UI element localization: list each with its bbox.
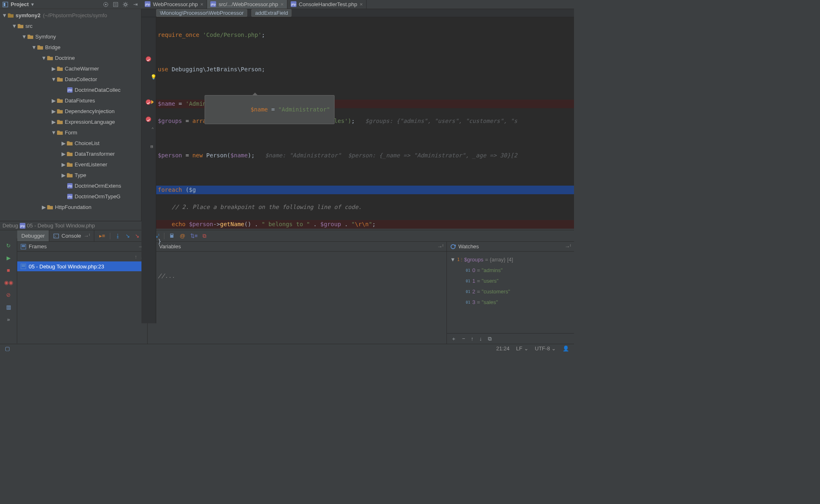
tree-item[interactable]: ▶HttpFoundation (0, 202, 141, 212)
close-icon[interactable]: × (360, 1, 363, 7)
svg-rect-16 (4, 3, 5, 6)
tree-item-label: DataCollector (65, 76, 97, 82)
project-view-dropdown-icon[interactable]: ▾ (31, 1, 34, 7)
tree-item[interactable]: ▼symfony2(~/PhpstormProjects/symfo (0, 10, 141, 20)
tree-item[interactable]: ▶DataFixtures (0, 95, 141, 106)
tab-src-webprocessor[interactable]: src/.../WebProcessor.php × (207, 0, 287, 9)
project-view-label[interactable]: Project (11, 1, 29, 7)
breakpoint-icon[interactable] (146, 56, 151, 62)
breakpoint-icon[interactable] (146, 99, 151, 105)
project-hide-icon[interactable]: ⇥ (132, 2, 138, 7)
console-open-icon[interactable]: →ˡ (84, 233, 90, 239)
twisty-icon[interactable]: ▶ (61, 151, 66, 157)
folder-icon (57, 76, 63, 82)
php-file-icon (66, 86, 73, 93)
debugger-tab[interactable]: Debugger (17, 230, 49, 241)
twisty-icon[interactable]: ▶ (61, 172, 66, 178)
php-file-icon (66, 182, 73, 189)
watch-up-icon[interactable]: ↑ (471, 336, 474, 342)
force-step-into-icon[interactable]: ↘ (135, 233, 139, 239)
twisty-icon[interactable]: ▼ (31, 44, 37, 50)
project-gear-icon[interactable] (123, 2, 128, 7)
close-icon[interactable]: × (200, 1, 204, 7)
tree-item-label: Bridge (45, 44, 61, 50)
twisty-icon[interactable]: ▼ (41, 55, 47, 61)
twisty-icon[interactable]: ▼ (2, 12, 7, 18)
more-icon[interactable]: » (5, 316, 12, 323)
show-execution-point-icon[interactable]: ▸≡ (99, 233, 105, 239)
intention-bulb-icon[interactable]: 💡 (150, 73, 157, 82)
tree-item[interactable]: ▶ExpressionLanguage (0, 116, 141, 127)
remove-watch-icon[interactable]: − (462, 336, 465, 342)
collapse-all-icon[interactable] (113, 2, 118, 7)
code-editor[interactable]: 💡 ⌃ ⊞ require_once 'Code/Person.php'; us… (141, 17, 574, 323)
stop-icon[interactable]: ■ (5, 266, 12, 274)
add-watch-icon[interactable]: ＋ (451, 335, 456, 343)
tree-item[interactable]: DoctrineDataCollec (0, 84, 141, 95)
tree-item[interactable]: ▼Bridge (0, 42, 141, 52)
tree-item-label: Symfony (35, 34, 56, 40)
frame-row-current[interactable]: 05 - Debug Tool Window.php:23 (17, 261, 147, 271)
twisty-icon[interactable]: ▼ (21, 34, 27, 40)
tree-item[interactable]: ▶DependencyInjection (0, 106, 141, 116)
svg-rect-17 (54, 234, 59, 238)
breadcrumb-item[interactable]: addExtraField (251, 9, 292, 17)
resume-icon[interactable]: ▶ (5, 254, 12, 261)
twisty-icon[interactable]: ▶ (41, 204, 47, 210)
tree-item-label: DoctrineOrmTypeG (75, 193, 121, 200)
tree-item[interactable]: DoctrineOrmExtens (0, 180, 141, 191)
tree-item-label: Form (65, 129, 77, 136)
gutter[interactable]: 💡 ⌃ ⊞ (141, 17, 156, 323)
caret-position[interactable]: 21:24 (496, 345, 510, 352)
mute-breakpoints-icon[interactable]: ⊘ (5, 291, 12, 298)
fold-expand-icon[interactable]: ⊞ (150, 142, 153, 151)
twisty-icon[interactable]: ▼ (51, 76, 57, 82)
twisty-icon[interactable]: ▼ (51, 129, 57, 136)
folder-icon (66, 172, 73, 178)
layout-icon[interactable]: ▥ (5, 303, 12, 311)
tab-label: WebProcessor.php (153, 1, 198, 7)
console-tab[interactable]: Console →ˡ (49, 230, 94, 241)
tree-item[interactable]: ▶DataTransformer (0, 148, 141, 159)
fold-end-icon[interactable]: ⌃ (151, 125, 154, 134)
file-encoding[interactable]: UTF-8 ⌄ (535, 345, 556, 352)
twisty-icon[interactable]: ▼ (11, 23, 17, 29)
tree-item[interactable]: ▼Doctrine (0, 52, 141, 63)
inspections-indicator-icon[interactable]: 👤 (563, 345, 569, 352)
project-tree[interactable]: ▼symfony2(~/PhpstormProjects/symfo▼src▼S… (0, 9, 141, 221)
twisty-icon[interactable]: ▶ (51, 108, 57, 114)
tree-item[interactable]: ▼src (0, 20, 141, 31)
duplicate-watch-icon[interactable]: ⧉ (488, 336, 492, 342)
rerun-icon[interactable]: ↻ (5, 242, 12, 249)
tree-item[interactable]: DoctrineOrmTypeG (0, 191, 141, 202)
breakpoint-icon[interactable] (146, 116, 151, 122)
tab-consolehandlertest[interactable]: ConsoleHandlerTest.php × (287, 0, 367, 9)
close-icon[interactable]: × (280, 1, 284, 7)
twisty-icon[interactable]: ▶ (51, 98, 57, 104)
twisty-icon[interactable]: ▶ (61, 140, 66, 146)
tree-item[interactable]: ▼DataCollector (0, 74, 141, 84)
tool-window-toggle-icon[interactable]: ▢ (5, 345, 10, 352)
locate-icon[interactable] (103, 2, 109, 7)
tree-item-label: CacheWarmer (65, 66, 99, 72)
line-separator[interactable]: LF ⌄ (516, 345, 528, 352)
step-into-icon[interactable]: ↘ (125, 233, 130, 239)
twisty-icon[interactable]: ▶ (51, 66, 57, 72)
tree-item[interactable]: ▼Symfony (0, 31, 141, 42)
tab-webprocessor[interactable]: WebProcessor.php × (141, 0, 207, 9)
frame-prev-icon[interactable]: ↑ (134, 254, 137, 260)
step-over-icon[interactable]: ⭳ (115, 233, 121, 239)
twisty-icon[interactable]: ▶ (61, 161, 66, 168)
tree-item-label: ExpressionLanguage (65, 119, 115, 125)
tree-item[interactable]: ▶CacheWarmer (0, 63, 141, 74)
tree-item[interactable]: ▼Form (0, 127, 141, 138)
tree-item[interactable]: ▶ChoiceList (0, 138, 141, 148)
breadcrumb-item[interactable]: \Monolog\Processor\WebProcessor (156, 9, 247, 17)
twisty-icon[interactable]: ▶ (51, 119, 57, 125)
tree-item[interactable]: ▶Type (0, 170, 141, 180)
tree-item[interactable]: ▶EventListener (0, 159, 141, 170)
watch-down-icon[interactable]: ↓ (479, 336, 482, 342)
debug-title: Debug (2, 222, 18, 229)
frames-pane: Frames →ˡ ↑ ↓ 05 - Debug Tool Window.php… (17, 242, 148, 344)
view-breakpoints-icon[interactable]: ◉◉ (5, 279, 12, 286)
